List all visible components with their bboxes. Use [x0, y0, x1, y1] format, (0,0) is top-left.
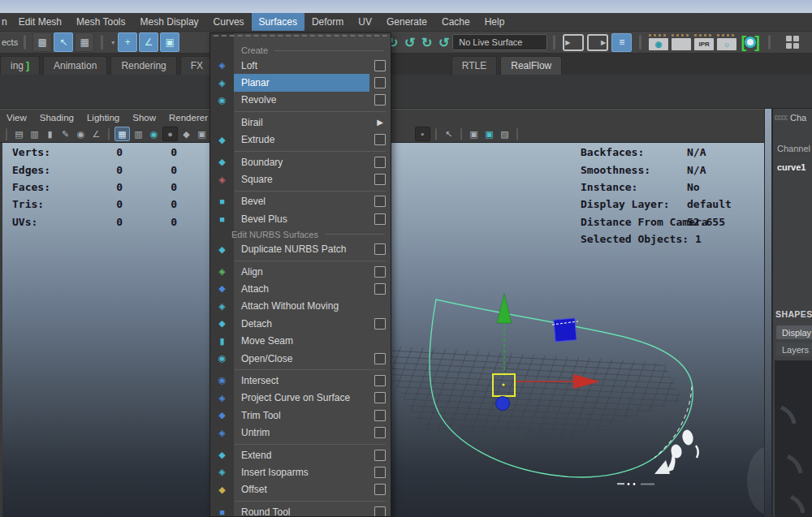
shelf-tab-ing[interactable]: ing]	[0, 56, 40, 75]
chevron-down-icon[interactable]: ▾	[111, 39, 114, 46]
option-box[interactable]	[369, 375, 391, 386]
option-box[interactable]	[369, 266, 391, 278]
ipr-render-icon[interactable]: IPR	[694, 38, 714, 50]
layer-editor-area[interactable]	[775, 360, 812, 517]
select-component-icon[interactable]: ▦	[75, 32, 94, 52]
menu-item-extrude[interactable]: ◆Extrude	[210, 131, 391, 149]
option-box-checkbox[interactable]	[374, 392, 386, 403]
film-camera-icon[interactable]: ▥	[28, 127, 41, 140]
menu-partial[interactable]: n	[0, 13, 11, 31]
camera-icon[interactable]: ▤	[12, 127, 26, 140]
option-box-checkbox[interactable]	[374, 467, 386, 478]
shelf-tab-animation[interactable]: Animation	[43, 56, 107, 75]
bookmark-icon[interactable]: ▮	[43, 127, 57, 140]
select-hierarchy-icon[interactable]: ▩	[32, 32, 52, 52]
option-box-checkbox[interactable]	[374, 353, 386, 364]
option-box[interactable]	[369, 392, 391, 403]
option-box-checkbox[interactable]	[374, 266, 386, 278]
menu-item-planar[interactable]: ◈Planar	[210, 74, 391, 91]
menu-item-square[interactable]: ◈Square	[210, 170, 391, 187]
expand-icon[interactable]: ◆	[179, 127, 193, 140]
option-box-checkbox[interactable]	[374, 243, 386, 255]
panel-menu-shading[interactable]: Shading	[33, 110, 80, 125]
option-box-checkbox[interactable]	[374, 506, 386, 517]
option-box-checkbox[interactable]	[374, 60, 386, 71]
option-box[interactable]	[369, 283, 391, 295]
option-box-checkbox[interactable]	[374, 94, 386, 106]
option-box[interactable]	[369, 318, 391, 330]
option-box[interactable]	[369, 506, 391, 517]
input-connections-icon[interactable]: ▶	[563, 34, 584, 51]
option-box-checkbox[interactable]	[374, 174, 386, 185]
shelf-content-area[interactable]	[0, 75, 812, 109]
snap-curve-icon[interactable]: ∠	[139, 32, 158, 52]
shelf-tab-rtle[interactable]: RTLE	[451, 56, 497, 75]
menu-curves[interactable]: Curves	[206, 13, 252, 31]
shelf-tab-realflow[interactable]: RealFlow	[500, 56, 562, 75]
option-box[interactable]	[369, 213, 391, 225]
select-object-icon[interactable]: ↖	[54, 32, 73, 52]
menu-item-move-seam[interactable]: ▮Move Seam	[210, 332, 391, 349]
render-view-icon[interactable]: ◉	[649, 38, 668, 50]
panel-menu-renderer[interactable]: Renderer	[162, 110, 214, 125]
menu-help[interactable]: Help	[477, 13, 512, 31]
render-frame-icon[interactable]	[672, 38, 691, 50]
menu-item-trim-tool[interactable]: ◆Trim Tool	[210, 407, 391, 424]
output-connections-icon[interactable]: ▶	[587, 34, 608, 51]
isolate-selected-icon[interactable]: ▣	[482, 127, 496, 140]
option-box-checkbox[interactable]	[374, 410, 386, 421]
menu-edit-mesh[interactable]: Edit Mesh	[11, 13, 69, 31]
option-box-checkbox[interactable]	[374, 450, 386, 461]
menu-item-project-curve-on-surface[interactable]: ◈Project Curve on Surface	[210, 390, 391, 407]
option-box-checkbox[interactable]	[374, 134, 386, 145]
option-box[interactable]	[369, 60, 391, 71]
panel-layout-icon[interactable]	[786, 36, 799, 49]
option-box[interactable]	[369, 77, 391, 88]
curve-snap-icon-5[interactable]: ↺	[435, 33, 452, 51]
option-box-checkbox[interactable]	[374, 283, 386, 295]
option-box-checkbox[interactable]	[374, 213, 386, 225]
menu-uv[interactable]: UV	[351, 13, 379, 31]
panel-menu-lighting[interactable]: Lighting	[80, 110, 126, 125]
option-box-checkbox[interactable]	[374, 427, 386, 438]
menu-item-insert-isoparms[interactable]: ◈Insert Isoparms	[210, 463, 391, 480]
menu-item-untrim[interactable]: ◈Untrim	[210, 424, 391, 441]
option-box[interactable]	[369, 427, 391, 438]
option-box-checkbox[interactable]	[374, 157, 386, 168]
option-box[interactable]	[369, 134, 391, 145]
option-box-checkbox[interactable]	[374, 318, 386, 330]
snap-point-icon[interactable]: ▣	[160, 32, 179, 52]
channels-menu[interactable]: Cha	[790, 113, 806, 123]
option-box[interactable]	[369, 353, 391, 364]
tab-layers[interactable]: Layers	[776, 343, 812, 356]
submenu-arrow-icon[interactable]: ▶	[369, 118, 391, 127]
menu-surfaces[interactable]: Surfaces	[252, 13, 304, 31]
render-settings-icon[interactable]: ☼	[717, 38, 736, 50]
option-box[interactable]	[369, 94, 391, 106]
plugin-icon[interactable]: ▪	[415, 127, 430, 141]
menu-item-bevel-plus[interactable]: ■Bevel Plus	[210, 210, 391, 227]
menu-item-attach[interactable]: ◆Attach	[210, 280, 391, 297]
measure-icon[interactable]: ∠	[89, 127, 103, 140]
construction-history-icon[interactable]: ≡	[611, 33, 632, 52]
menu-item-attach-without-moving[interactable]: ◈Attach Without Moving	[210, 298, 391, 315]
option-box-checkbox[interactable]	[374, 196, 386, 207]
menu-item-intersect[interactable]: ◉Intersect	[210, 372, 391, 389]
menu-item-offset[interactable]: ◆Offset	[210, 481, 391, 498]
option-box-checkbox[interactable]	[374, 375, 386, 386]
menu-item-loft[interactable]: ◈Loft	[210, 57, 391, 74]
menu-item-round-tool[interactable]: ■Round Tool	[210, 503, 391, 517]
panel-menu-view[interactable]: View	[0, 110, 33, 125]
pencil-icon[interactable]: ✎	[58, 127, 72, 140]
menu-item-revolve[interactable]: ◉Revolve	[210, 92, 391, 109]
menu-tearoff-handle[interactable]	[214, 35, 387, 44]
option-box[interactable]	[369, 450, 391, 461]
menu-item-detach[interactable]: ◆Detach	[210, 315, 391, 332]
option-box-checkbox[interactable]	[374, 484, 386, 495]
menu-item-bevel[interactable]: ■Bevel	[210, 193, 391, 210]
grid-toggle-icon[interactable]: ▦	[114, 127, 130, 141]
option-box[interactable]	[369, 484, 391, 495]
menu-cache[interactable]: Cache	[434, 13, 477, 31]
panel-menu-show[interactable]: Show	[126, 110, 162, 125]
option-box[interactable]	[369, 174, 391, 185]
